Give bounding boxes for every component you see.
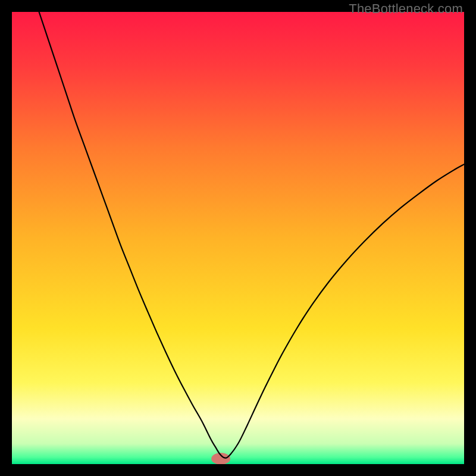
chart-frame xyxy=(12,12,464,464)
watermark-text: TheBottleneck.com xyxy=(349,1,463,17)
chart-background xyxy=(12,12,464,464)
chart-svg xyxy=(12,12,464,464)
